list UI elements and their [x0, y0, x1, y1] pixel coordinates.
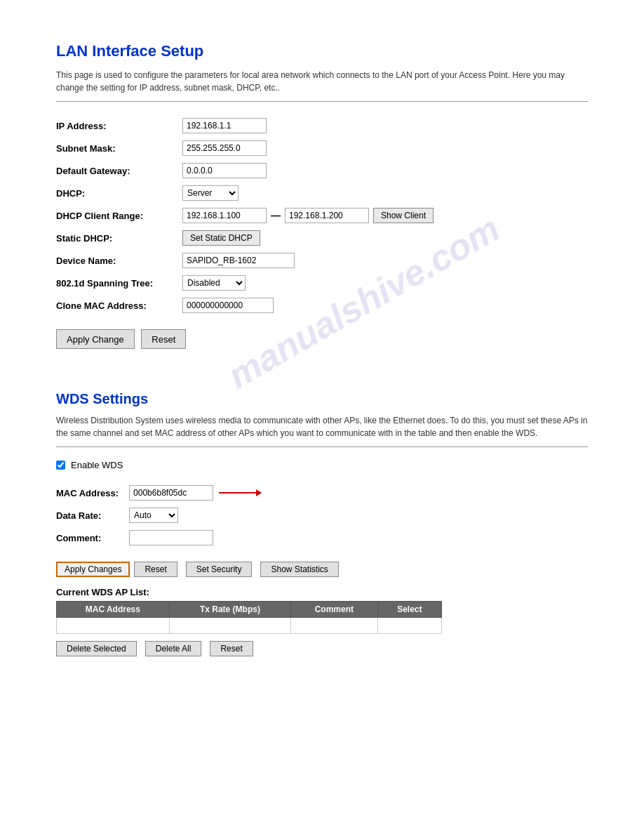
wds-ap-list-table: MAC Address Tx Rate (Mbps) Comment Selec… — [56, 601, 442, 634]
default-gateway-row: Default Gateway: — [56, 159, 441, 182]
show-client-button[interactable]: Show Client — [373, 208, 434, 223]
ip-address-label: IP Address: — [56, 114, 182, 137]
clone-mac-row: Clone MAC Address: — [56, 294, 441, 317]
clone-mac-input[interactable] — [182, 298, 274, 313]
wds-mac-address-row: MAC Address: — [56, 482, 268, 504]
mac-arrow-icon — [219, 492, 261, 494]
static-dhcp-row: Static DHCP: Set Static DHCP — [56, 227, 441, 249]
device-name-input[interactable] — [182, 253, 295, 268]
delete-all-button[interactable]: Delete All — [145, 641, 202, 656]
current-wds-ap-list-label: Current WDS AP List: — [56, 587, 588, 597]
lan-section: LAN Interface Setup This page is used to… — [56, 42, 588, 349]
wds-col-mac-address: MAC Address — [57, 602, 170, 618]
dhcp-select[interactable]: Disabled Server Client — [182, 185, 239, 201]
default-gateway-input[interactable] — [182, 163, 267, 178]
ip-address-row: IP Address: — [56, 114, 441, 137]
wds-show-statistics-button[interactable]: Show Statistics — [260, 562, 338, 577]
spanning-tree-select[interactable]: Disabled Enabled — [182, 275, 246, 291]
subnet-mask-row: Subnet Mask: — [56, 137, 441, 159]
wds-table-header-row: MAC Address Tx Rate (Mbps) Comment Selec… — [57, 602, 442, 618]
dhcp-range-start-input[interactable] — [182, 208, 267, 223]
wds-description: Wireless Distribution System uses wirele… — [56, 414, 588, 439]
wds-data-rate-label: Data Rate: — [56, 504, 129, 527]
wds-data-rate-select[interactable]: Auto 1 2 5.5 11 6 9 12 18 24 36 48 54 — [129, 508, 178, 523]
wds-reset-button[interactable]: Reset — [134, 562, 177, 577]
wds-col-select: Select — [377, 602, 441, 618]
default-gateway-label: Default Gateway: — [56, 159, 182, 182]
wds-apply-changes-button[interactable]: Apply Changes — [56, 562, 130, 577]
wds-mac-address-input[interactable] — [129, 485, 213, 501]
wds-divider — [56, 446, 588, 447]
clone-mac-label: Clone MAC Address: — [56, 294, 182, 317]
wds-comment-input[interactable] — [129, 530, 213, 545]
wds-table-empty-row — [57, 618, 442, 634]
enable-wds-checkbox[interactable] — [56, 461, 65, 470]
lan-divider — [56, 101, 588, 102]
wds-bottom-reset-button[interactable]: Reset — [210, 641, 253, 656]
wds-bottom-buttons: Delete Selected Delete All Reset — [56, 641, 588, 656]
set-static-dhcp-button[interactable]: Set Static DHCP — [182, 230, 260, 246]
dhcp-range-container: — Show Client — [182, 208, 434, 223]
wds-col-tx-rate: Tx Rate (Mbps) — [169, 602, 290, 618]
dhcp-range-end-input[interactable] — [285, 208, 369, 223]
lan-action-buttons: Apply Change Reset — [56, 329, 588, 349]
wds-set-security-button[interactable]: Set Security — [186, 562, 253, 577]
device-name-label: Device Name: — [56, 249, 182, 272]
dhcp-label: DHCP: — [56, 182, 182, 204]
enable-wds-label: Enable WDS — [71, 460, 123, 470]
wds-comment-label: Comment: — [56, 527, 129, 549]
subnet-mask-input[interactable] — [182, 140, 267, 156]
lan-title: LAN Interface Setup — [56, 42, 588, 60]
wds-comment-row: Comment: — [56, 527, 268, 549]
wds-section: WDS Settings Wireless Distribution Syste… — [56, 391, 588, 656]
wds-col-comment: Comment — [291, 602, 378, 618]
enable-wds-row: Enable WDS — [56, 460, 588, 470]
dhcp-client-range-label: DHCP Client Range: — [56, 204, 182, 227]
wds-action-buttons: Apply Changes Reset Set Security Show St… — [56, 562, 588, 577]
spanning-tree-label: 802.1d Spanning Tree: — [56, 272, 182, 294]
apply-change-button[interactable]: Apply Change — [56, 329, 135, 349]
wds-mac-address-label: MAC Address: — [56, 482, 129, 504]
subnet-mask-label: Subnet Mask: — [56, 137, 182, 159]
dhcp-row: DHCP: Disabled Server Client — [56, 182, 441, 204]
lan-form-table: IP Address: Subnet Mask: Default Gateway… — [56, 114, 441, 317]
device-name-row: Device Name: — [56, 249, 441, 272]
mac-arrow-container — [129, 485, 261, 501]
dhcp-client-range-row: DHCP Client Range: — Show Client — [56, 204, 441, 227]
ip-address-input[interactable] — [182, 118, 267, 133]
spanning-tree-row: 802.1d Spanning Tree: Disabled Enabled — [56, 272, 441, 294]
wds-table-body — [57, 618, 442, 634]
wds-data-rate-row: Data Rate: Auto 1 2 5.5 11 6 9 12 18 24 … — [56, 504, 268, 527]
lan-reset-button[interactable]: Reset — [141, 329, 186, 349]
delete-selected-button[interactable]: Delete Selected — [56, 641, 137, 656]
wds-title: WDS Settings — [56, 391, 588, 407]
lan-description: This page is used to configure the param… — [56, 69, 588, 94]
static-dhcp-label: Static DHCP: — [56, 227, 182, 249]
dhcp-range-dash: — — [271, 210, 281, 221]
wds-form-table: MAC Address: Data Rate: Auto 1 2 5.5 11 … — [56, 482, 268, 549]
